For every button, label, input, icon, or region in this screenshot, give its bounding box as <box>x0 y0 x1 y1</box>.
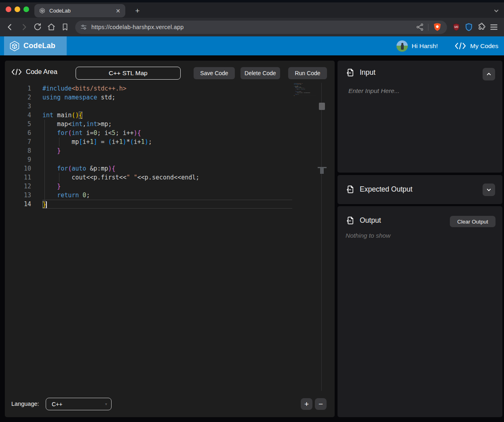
tab-title: CodeLab <box>49 8 116 14</box>
app-logo[interactable]: CodeLab <box>4 36 67 55</box>
codelab-cube-icon <box>9 40 20 52</box>
collapse-input-button[interactable] <box>483 68 495 80</box>
reload-button[interactable] <box>33 23 42 32</box>
app-header: CodeLab Hi Harsh! My Codes <box>0 36 504 55</box>
save-code-button[interactable]: Save Code <box>194 67 235 79</box>
menu-hamburger-icon[interactable] <box>489 23 498 32</box>
font-decrease-button[interactable]: − <box>315 398 327 410</box>
document-arrow-icon <box>346 68 355 77</box>
line-number: 10 <box>5 164 31 173</box>
ublock-extension-icon[interactable]: UO <box>452 23 461 32</box>
bookmark-button[interactable] <box>61 23 70 32</box>
line-number: 14 <box>5 200 31 209</box>
line-number-gutter: 1234567891011121314 <box>5 84 31 209</box>
line-number: 11 <box>5 173 31 182</box>
minimize-window-button[interactable] <box>15 6 20 12</box>
code-line[interactable] <box>42 102 292 111</box>
code-line[interactable]: } <box>294 95 316 96</box>
close-tab-icon[interactable]: ✕ <box>116 8 120 14</box>
line-number: 12 <box>5 182 31 191</box>
code-line[interactable]: using namespace std; <box>294 84 296 84</box>
line-number: 9 <box>5 155 31 164</box>
input-panel: Input Enter Input Here... <box>337 61 502 173</box>
code-line[interactable]: return 0; <box>42 191 292 200</box>
input-title: Input <box>360 68 375 77</box>
document-arrow-icon <box>346 185 355 194</box>
expected-output-panel: Expected Output <box>337 175 502 204</box>
clear-output-button[interactable]: Clear Output <box>450 216 496 227</box>
code-area-label: Code Area <box>26 68 57 76</box>
divider <box>428 24 428 31</box>
close-window-button[interactable] <box>6 6 11 12</box>
home-button[interactable] <box>47 23 56 32</box>
code-area-title: Code Area <box>11 68 57 76</box>
delete-code-button[interactable]: Delete Code <box>240 67 280 79</box>
code-line[interactable]: mp[i+1] = (i+1)*(i+1); <box>42 137 292 146</box>
language-label: Language: <box>11 401 39 407</box>
editor-scrollbar-track[interactable] <box>321 83 322 391</box>
greeting-text: Hi Harsh! <box>412 42 438 50</box>
chevron-down-icon <box>485 186 492 193</box>
file-title-input[interactable]: C++ STL Map <box>76 67 181 80</box>
back-button[interactable] <box>6 23 15 32</box>
code-lines[interactable]: #include<bits/stdc++.h>using namespace s… <box>294 83 296 96</box>
code-line[interactable]: } <box>42 200 292 209</box>
browser-tab[interactable]: CodeLab ✕ <box>34 4 125 17</box>
line-number: 2 <box>5 93 31 102</box>
code-line[interactable]: #include<bits/stdc++.h> <box>42 84 292 93</box>
vpn-shield-extension-icon[interactable] <box>464 23 473 32</box>
code-icon <box>11 68 22 76</box>
expected-output-title: Expected Output <box>360 185 412 194</box>
browser-window: CodeLab ✕ + https://codelab-harshpx.verc… <box>0 0 504 422</box>
editor-footer: Language: C++ ▾ + − <box>5 398 335 411</box>
my-codes-link[interactable]: My Codes <box>455 42 498 50</box>
url-text[interactable]: https://codelab-harshpx.vercel.app <box>91 24 416 30</box>
code-line[interactable]: using namespace std; <box>42 93 292 102</box>
forward-button[interactable] <box>19 23 28 32</box>
user-avatar[interactable] <box>396 40 408 52</box>
new-tab-button[interactable]: + <box>132 6 143 16</box>
code-line[interactable]: } <box>42 182 292 191</box>
text-cursor <box>46 201 47 208</box>
minimap[interactable]: #include<bits/stdc++.h>using namespace s… <box>294 83 316 99</box>
tab-search-chevron-icon[interactable] <box>493 7 500 15</box>
user-greeting[interactable]: Hi Harsh! <box>396 40 438 52</box>
line-number: 3 <box>5 102 31 111</box>
address-bar[interactable]: https://codelab-harshpx.vercel.app <box>75 21 447 34</box>
favicon-cube-icon <box>39 8 45 14</box>
document-arrow-icon <box>346 216 355 225</box>
code-line[interactable]: for(int i=0; i<5; i++){ <box>42 129 292 137</box>
output-panel: Output Clear Output Nothing to show <box>337 206 502 417</box>
code-line[interactable]: map<int,int>mp; <box>42 120 292 129</box>
line-number: 6 <box>5 129 31 137</box>
code-line[interactable]: int main(){ <box>42 111 292 120</box>
line-number: 5 <box>5 120 31 129</box>
code-icon <box>455 42 466 50</box>
code-lines[interactable]: #include<bits/stdc++.h>using namespace s… <box>42 84 292 209</box>
chevron-up-icon <box>485 71 492 78</box>
run-code-button[interactable]: Run Code <box>288 67 327 79</box>
extensions-puzzle-icon[interactable] <box>477 23 486 32</box>
svg-text:UO: UO <box>454 25 458 28</box>
zoom-window-button[interactable] <box>23 6 29 12</box>
code-line[interactable]: for(auto &p:mp){ <box>42 164 292 173</box>
code-line[interactable]: } <box>42 146 292 155</box>
brave-shields-icon[interactable] <box>432 22 442 32</box>
code-line[interactable]: cout<<p.first<<" "<<p.second<<endl; <box>42 173 292 182</box>
my-codes-label: My Codes <box>470 42 498 50</box>
expand-expected-output-button[interactable] <box>483 184 495 196</box>
code-line[interactable] <box>42 155 292 164</box>
overview-ruler-mark <box>320 168 324 174</box>
brand-name: CodeLab <box>23 42 55 50</box>
chevron-down-icon: ▾ <box>105 402 107 406</box>
language-value: C++ <box>52 401 62 407</box>
browser-toolbar: https://codelab-harshpx.vercel.app UO <box>0 18 504 36</box>
code-area-panel: Code Area C++ STL Map Save Code Delete C… <box>5 61 335 417</box>
share-icon[interactable] <box>416 23 424 31</box>
font-increase-button[interactable]: + <box>301 398 312 410</box>
site-settings-icon[interactable] <box>80 23 87 31</box>
input-placeholder[interactable]: Enter Input Here... <box>348 87 400 95</box>
output-title: Output <box>360 216 381 225</box>
language-select[interactable]: C++ ▾ <box>46 398 112 410</box>
editor-scrollbar-thumb[interactable] <box>319 103 325 110</box>
